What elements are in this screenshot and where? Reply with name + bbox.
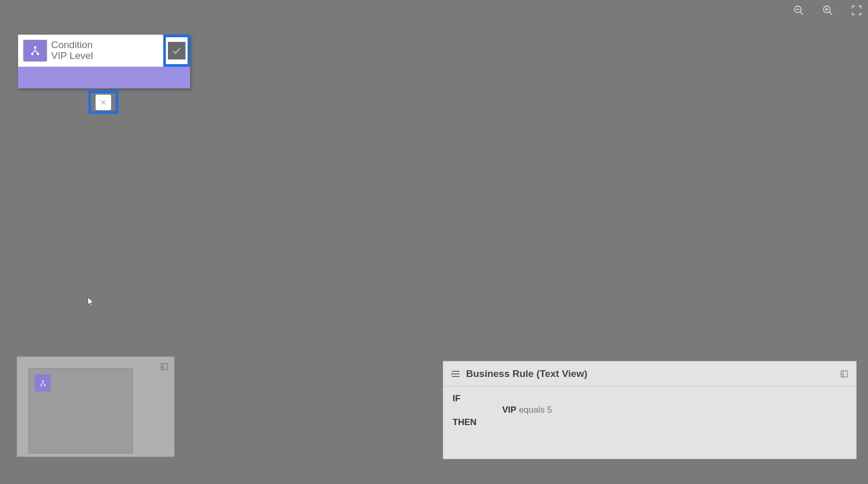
collapse-icon	[160, 362, 168, 371]
svg-line-1	[800, 12, 803, 15]
text-view-title: Business Rule (Text View)	[466, 368, 840, 380]
minimap-panel[interactable]	[17, 356, 175, 457]
svg-rect-12	[161, 364, 167, 370]
svg-point-9	[37, 53, 39, 55]
fullscreen-icon	[851, 5, 862, 16]
zoom-out-icon	[793, 5, 804, 16]
text-view-icon	[451, 369, 461, 379]
svg-point-14	[40, 384, 41, 385]
svg-point-15	[44, 384, 45, 385]
text-view-header: Business Rule (Text View)	[443, 361, 856, 386]
close-icon-box	[96, 95, 111, 110]
fit-to-screen-button[interactable]	[849, 3, 864, 18]
minimap-condition-node	[35, 374, 51, 391]
svg-point-19	[452, 373, 453, 374]
condition-node-name-label: VIP Level	[51, 51, 163, 62]
business-rule-text-view-panel: Business Rule (Text View) IF VIP equals …	[443, 361, 857, 459]
text-view-collapse-button[interactable]	[840, 369, 849, 379]
zoom-out-button[interactable]	[792, 3, 806, 18]
close-icon	[100, 99, 107, 106]
condition-icon	[23, 40, 47, 62]
condition-value: 5	[547, 405, 552, 415]
svg-point-7	[34, 47, 36, 49]
condition-node-body[interactable]	[18, 67, 190, 88]
svg-rect-20	[841, 371, 847, 377]
if-label: IF	[453, 394, 460, 403]
svg-line-4	[829, 12, 832, 15]
zoom-in-icon	[822, 5, 833, 16]
condition-false-branch-button[interactable]	[88, 90, 118, 114]
svg-point-13	[42, 380, 43, 381]
minimap-collapse-button[interactable]	[160, 362, 169, 371]
collapse-icon	[840, 370, 848, 378]
svg-point-8	[32, 53, 34, 55]
condition-true-branch-button[interactable]	[163, 35, 190, 67]
zoom-in-button[interactable]	[820, 3, 835, 18]
text-view-condition-line: VIP equals 5	[453, 405, 847, 415]
condition-node-texts: Condition VIP Level	[51, 35, 163, 67]
condition-node-type-label: Condition	[51, 40, 163, 51]
check-icon-box	[168, 42, 185, 59]
text-view-body: IF VIP equals 5 THEN	[443, 386, 856, 437]
condition-field: VIP	[502, 405, 516, 415]
then-label: THEN	[453, 417, 476, 427]
check-icon	[172, 46, 182, 56]
mouse-cursor	[87, 297, 95, 307]
canvas-toolbar	[792, 3, 864, 18]
condition-node[interactable]: Condition VIP Level	[18, 35, 190, 88]
condition-operator: equals	[519, 405, 545, 415]
condition-node-header: Condition VIP Level	[18, 35, 190, 67]
